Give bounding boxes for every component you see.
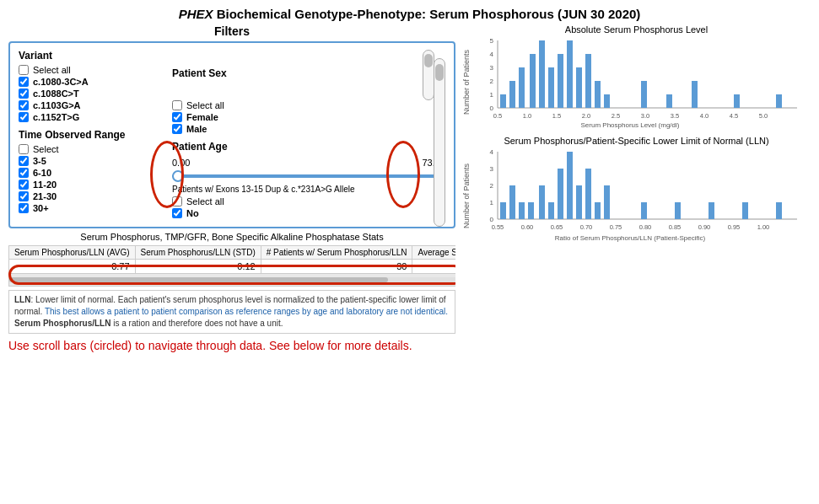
title-italic: PHEX [179, 7, 213, 21]
variant-c1103-label: c.1103G>A [33, 100, 81, 110]
time-3-5-checkbox[interactable] [19, 156, 29, 166]
note-text2: Serum Phosphorus/LLN is a ration and the… [14, 319, 283, 328]
time-3-5: 3-5 [19, 156, 162, 166]
age-min-value: 0.00 [172, 158, 190, 168]
sex-male: Male [172, 124, 445, 134]
svg-text:2.0: 2.0 [582, 112, 590, 120]
chart2-title: Serum Phosphorus/Patient-Specific Lower … [462, 136, 811, 146]
svg-rect-49 [558, 169, 563, 219]
note-highlight: This best allows a patient to patient co… [45, 307, 448, 316]
svg-text:0.95: 0.95 [728, 223, 741, 231]
svg-text:3: 3 [490, 64, 494, 72]
svg-text:1: 1 [490, 199, 494, 206]
svg-text:4: 4 [490, 51, 494, 58]
svg-text:Ratio of Serum Phosphorus/LLN : Ratio of Serum Phosphorus/LLN (Patient-S… [555, 234, 706, 242]
svg-text:2: 2 [490, 78, 494, 85]
sex-female-checkbox[interactable] [172, 112, 182, 122]
svg-rect-55 [641, 202, 647, 219]
bottom-note: LLN: Lower limit of normal. Each patient… [8, 290, 455, 334]
val-std: 0.12 [135, 260, 261, 274]
time-select-all: Select [19, 144, 162, 154]
filter-col-left: Variant Select all c.1080-3C>A c.1088C>T [19, 50, 162, 220]
time-6-10-checkbox[interactable] [19, 168, 29, 178]
page-title: PHEX Biochemical Genotype-Phenotype: Ser… [8, 7, 811, 21]
table-scrollbar-row[interactable] [9, 274, 456, 287]
sex-select-all-checkbox[interactable] [172, 100, 182, 110]
svg-rect-19 [604, 94, 610, 108]
svg-rect-9 [509, 81, 515, 108]
variant-select-all-checkbox[interactable] [19, 65, 29, 75]
variant-c1080-label: c.1080-3C>A [33, 77, 89, 87]
svg-text:2.5: 2.5 [612, 112, 620, 120]
time-select-all-checkbox[interactable] [19, 144, 29, 154]
table-wrapper: Serum Phosphorus/LLN (AVG) Serum Phospho… [8, 245, 455, 287]
variant-c1103-checkbox[interactable] [19, 100, 29, 110]
svg-text:5.0: 5.0 [759, 112, 768, 120]
exons-select-all-checkbox[interactable] [172, 196, 182, 206]
svg-rect-11 [530, 54, 536, 108]
col-header-count: # Patients w/ Serum Phosphorus/LLN [261, 246, 412, 260]
svg-text:0.90: 0.90 [698, 223, 711, 231]
svg-text:0: 0 [490, 216, 494, 223]
svg-rect-45 [519, 202, 525, 219]
variant-c1152-label: c.1152T>G [33, 112, 79, 122]
svg-text:1.5: 1.5 [552, 112, 561, 120]
svg-rect-13 [548, 67, 554, 108]
svg-rect-51 [576, 185, 582, 219]
svg-rect-20 [641, 81, 647, 108]
chart1-section: Absolute Serum Phosphorus Level Number o… [462, 24, 811, 129]
svg-rect-44 [509, 185, 515, 219]
svg-text:4.5: 4.5 [730, 112, 738, 120]
time-6-10: 6-10 [19, 168, 162, 178]
svg-text:0.85: 0.85 [669, 223, 682, 231]
time-21-30-label: 21-30 [33, 191, 57, 201]
age-range-slider[interactable] [172, 174, 445, 178]
variant-item-3: c.1103G>A [19, 100, 162, 110]
svg-text:0.75: 0.75 [610, 223, 622, 231]
variant-c1080-checkbox[interactable] [19, 77, 29, 87]
chart1-y-label: Number of Patients [462, 50, 471, 115]
variant-item-4: c.1152T>G [19, 112, 162, 122]
val-avg-phos: 2.46 [412, 260, 455, 274]
stats-section: Serum Phosphorus, TMP/GFR, Bone Specific… [8, 232, 455, 287]
svg-rect-54 [604, 185, 610, 219]
variant-item-1: c.1080-3C>A [19, 77, 162, 87]
svg-text:1: 1 [490, 91, 494, 99]
chart2-svg: 0 1 2 3 4 [472, 147, 801, 244]
time-6-10-label: 6-10 [33, 168, 51, 178]
time-11-20-label: 11-20 [33, 180, 57, 190]
svg-text:3.0: 3.0 [641, 112, 649, 120]
time-30plus-checkbox[interactable] [19, 203, 29, 213]
svg-text:4.0: 4.0 [700, 112, 709, 120]
col-header-avg-phos: Average Serum Phosphorus (mg/dl) [412, 246, 455, 260]
variant-c1088-checkbox[interactable] [19, 88, 29, 99]
svg-rect-43 [500, 202, 506, 219]
filters-box: Variant Select all c.1080-3C>A c.1088C>T [8, 41, 455, 228]
exons-no-checkbox[interactable] [172, 208, 182, 218]
svg-rect-57 [709, 202, 714, 219]
exons-select-all-label: Select all [186, 196, 224, 206]
exons-select-all: Select all [172, 196, 445, 206]
variant-c1152-checkbox[interactable] [19, 112, 29, 122]
val-avg: 0.77 [9, 260, 136, 274]
sex-male-checkbox[interactable] [172, 124, 182, 134]
svg-text:4: 4 [490, 148, 494, 156]
title-rest: Biochemical Genotype-Phenotype: Serum Ph… [213, 7, 641, 21]
svg-rect-17 [585, 54, 591, 108]
patient-age-header: Patient Age ⌄ [172, 141, 445, 156]
time-11-20-checkbox[interactable] [19, 180, 29, 190]
filters-panel: Filters Variant Select all c.1080-3 [8, 24, 455, 352]
svg-rect-46 [528, 202, 534, 219]
time-observed-title: Time Observed Range [19, 129, 162, 141]
time-30plus: 30+ [19, 203, 162, 213]
time-21-30-checkbox[interactable] [19, 191, 29, 201]
instruction-text: Use scroll bars (circled) to navigate th… [8, 339, 455, 352]
chart1-svg: 0 1 2 3 4 5 [472, 36, 801, 129]
exons-no: No [172, 208, 445, 218]
svg-rect-24 [776, 94, 782, 108]
time-30plus-label: 30+ [33, 203, 49, 213]
time-3-5-label: 3-5 [33, 156, 46, 166]
svg-rect-23 [734, 94, 740, 108]
stats-table: Serum Phosphorus/LLN (AVG) Serum Phospho… [8, 245, 455, 287]
charts-panel: Absolute Serum Phosphorus Level Number o… [462, 24, 811, 352]
